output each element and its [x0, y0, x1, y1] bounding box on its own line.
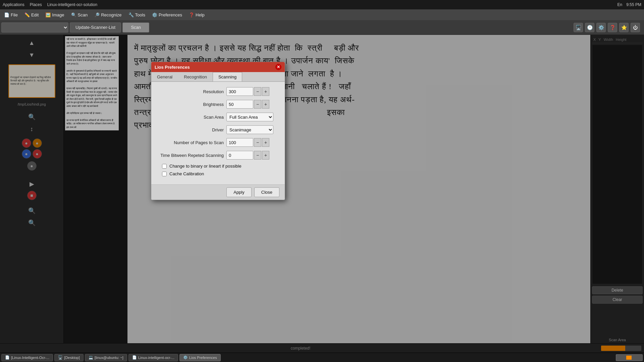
menu-edit[interactable]: ✏️ Edit: [22, 11, 41, 19]
prefs-content: Resolution 300 − + Brightness 50 −: [151, 82, 285, 184]
scan-area-select[interactable]: Full Scan Area: [226, 113, 273, 121]
tab-recognition[interactable]: Recognition: [178, 72, 213, 81]
change-binary-checkbox[interactable]: [162, 164, 167, 169]
main-layout: ▲ ▼ में मातृकुलों का प्रचलन है इससे यह स…: [0, 35, 644, 343]
desktop-switcher[interactable]: [616, 354, 643, 361]
change-binary-row: Change to binary or lineart if possible: [157, 164, 279, 169]
resolution-label: Resolution: [157, 89, 224, 94]
taskbar: 📄 [Linux-Intelligent-Ocr-... 🖥️ [Desktop…: [0, 353, 644, 362]
brightness-label: Brightness: [157, 102, 224, 107]
places-menu[interactable]: Places: [30, 2, 42, 7]
resolution-input[interactable]: 300: [226, 87, 253, 96]
menu-image[interactable]: 🖼️ Image: [43, 11, 67, 19]
resolution-spinner: 300 − +: [226, 87, 269, 96]
menu-scan[interactable]: 🔍 Scan: [68, 11, 91, 19]
driver-row: Driver Scanimage: [157, 125, 279, 134]
prefs-tabs: General Recognition Scanning: [151, 72, 285, 82]
cache-calibration-row: Cache Calibration: [157, 171, 279, 176]
resolution-minus-btn[interactable]: −: [254, 87, 261, 96]
prefs-close-button[interactable]: ✕: [275, 64, 281, 70]
help-icon: ❓: [189, 12, 194, 17]
driver-select[interactable]: Scanimage: [226, 125, 273, 134]
driver-label: Driver: [157, 127, 224, 132]
apply-button[interactable]: Apply: [226, 187, 252, 197]
brightness-plus-btn[interactable]: +: [262, 100, 269, 109]
tools-icon: 🔧: [128, 12, 134, 17]
taskbar-item-2[interactable]: 💻 [linux@ubuntu: ~]: [85, 354, 127, 361]
app-window-title: Linux-intelligent-ocr-solution: [47, 2, 97, 7]
taskbar-item-1[interactable]: 🖥️ [Desktop]: [54, 354, 83, 361]
change-binary-label: Change to binary or lineart if possible: [169, 164, 241, 169]
star-icon[interactable]: ⭐: [619, 23, 629, 32]
menu-tools[interactable]: 🔧 Tools: [126, 11, 148, 19]
help-toolbar-icon[interactable]: ❓: [608, 23, 617, 32]
time-repeat-minus-btn[interactable]: −: [254, 151, 261, 160]
file-icon: 📄: [4, 12, 9, 17]
system-bar-right: En 9:55 PM: [618, 2, 641, 7]
num-pages-input[interactable]: 100: [226, 138, 253, 147]
scanner-select[interactable]: [1, 22, 68, 33]
time-repeat-row: Time Bitween Repeted Scanning 0 − +: [157, 151, 279, 160]
system-time: 9:55 PM: [626, 2, 641, 7]
toolbar: Update-Scanner-List Scan 🖥️ 🕐 ⚙️ ❓ ⭐ ⏻: [0, 20, 644, 35]
prefs-footer: Apply Close: [151, 184, 285, 200]
menu-file[interactable]: 📄 File: [1, 11, 20, 19]
scan-icon: 🔍: [71, 12, 76, 17]
time-repeat-label: Time Bitween Repeted Scanning: [157, 153, 224, 158]
menu-preferences[interactable]: ⚙️ Preferences: [149, 11, 185, 19]
close-button[interactable]: Close: [254, 187, 279, 197]
num-pages-row: Number of Pages to Scan 100 − +: [157, 138, 279, 147]
menu-recognize[interactable]: 🔎 Recognize: [92, 11, 124, 19]
tab-scanning[interactable]: Scanning: [213, 72, 242, 81]
brightness-spinner: 50 − +: [226, 100, 269, 109]
toolbar-right-icons: 🖥️ 🕐 ⚙️ ❓ ⭐ ⏻: [574, 23, 643, 32]
keyboard-layout: En: [618, 2, 623, 7]
cache-calibration-label: Cache Calibration: [169, 171, 204, 176]
num-pages-minus-btn[interactable]: −: [254, 138, 261, 147]
num-pages-label: Number of Pages to Scan: [157, 140, 224, 145]
menu-help[interactable]: ❓ Help: [186, 11, 207, 19]
taskbar-item-0[interactable]: 📄 [Linux-Intelligent-Ocr-...: [1, 354, 53, 361]
time-repeat-spinner: 0 − +: [226, 151, 269, 160]
system-bar: Applications Places Linux-intelligent-oc…: [0, 0, 644, 9]
monitor-icon[interactable]: 🖥️: [574, 23, 583, 32]
brightness-input[interactable]: 50: [226, 100, 253, 109]
resolution-plus-btn[interactable]: +: [262, 87, 269, 96]
clock-icon[interactable]: 🕐: [585, 23, 594, 32]
brightness-row: Brightness 50 − +: [157, 100, 279, 109]
prefs-titlebar: Lios Preferences ✕: [151, 62, 285, 72]
taskbar-item-3[interactable]: 📄 Linux-intelligent-ocr-...: [128, 354, 178, 361]
recognize-icon: 🔎: [94, 12, 100, 17]
power-icon[interactable]: ⏻: [631, 23, 640, 32]
taskbar-item-4[interactable]: ⚙️ Lios Preferences: [179, 354, 221, 361]
time-repeat-plus-btn[interactable]: +: [262, 151, 269, 160]
num-pages-plus-btn[interactable]: +: [262, 138, 269, 147]
cache-calibration-checkbox[interactable]: [162, 172, 167, 176]
menu-bar: 📄 File ✏️ Edit 🖼️ Image 🔍 Scan 🔎 Recogni…: [0, 9, 644, 20]
modal-overlay: Lios Preferences ✕ General Recognition S…: [0, 35, 644, 353]
system-bar-left: Applications Places Linux-intelligent-oc…: [3, 2, 97, 7]
applications-menu[interactable]: Applications: [3, 2, 24, 7]
resolution-row: Resolution 300 − +: [157, 87, 279, 96]
preferences-dialog: Lios Preferences ✕ General Recognition S…: [151, 62, 285, 200]
settings-icon[interactable]: ⚙️: [596, 23, 606, 32]
scan-area-field-label: Scan Area: [157, 115, 224, 120]
scan-btn[interactable]: Scan: [122, 22, 149, 33]
num-pages-spinner: 100 − +: [226, 138, 269, 147]
time-repeat-input[interactable]: 0: [226, 151, 253, 160]
update-scanner-btn[interactable]: Update-Scanner-List: [70, 22, 121, 33]
edit-icon: ✏️: [24, 12, 30, 17]
scan-area-row: Scan Area Full Scan Area: [157, 113, 279, 121]
tab-general[interactable]: General: [151, 72, 178, 81]
image-icon: 🖼️: [45, 12, 51, 17]
preferences-icon: ⚙️: [152, 12, 157, 17]
prefs-title: Lios Preferences: [155, 65, 190, 70]
brightness-minus-btn[interactable]: −: [254, 100, 261, 109]
